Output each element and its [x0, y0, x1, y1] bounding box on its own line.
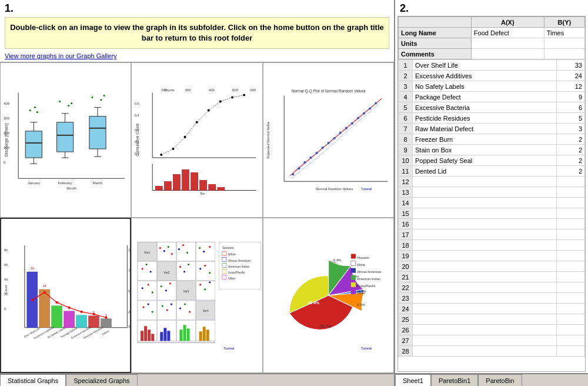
cell-times[interactable]: 3: [556, 124, 584, 134]
cell-food-defect[interactable]: [413, 282, 557, 293]
cell-times[interactable]: 24: [556, 71, 584, 81]
cell-food-defect[interactable]: Excessive Bacteria: [413, 102, 557, 113]
svg-text:50%: 50%: [128, 290, 130, 293]
cell-food-defect[interactable]: [413, 325, 557, 335]
cell-longname-b[interactable]: Times: [544, 28, 584, 38]
cell-food-defect[interactable]: [413, 293, 557, 304]
svg-text:African American: African American: [228, 259, 250, 262]
cell-times[interactable]: 6: [556, 102, 584, 113]
cell-food-defect[interactable]: [413, 240, 557, 251]
svg-point-145: [178, 248, 180, 250]
cell-food-defect[interactable]: Freezer Burn: [413, 134, 557, 145]
svg-point-154: [146, 264, 148, 265]
cell-food-defect[interactable]: No Safety Labels: [413, 81, 557, 92]
cell-food-defect[interactable]: [413, 314, 557, 325]
svg-rect-197: [148, 330, 151, 341]
cell-food-defect[interactable]: Popped Safety Seal: [413, 155, 557, 166]
cell-times[interactable]: [556, 325, 584, 335]
cell-food-defect[interactable]: Stain on Box: [413, 145, 557, 155]
cell-food-defect[interactable]: [413, 208, 557, 219]
tab-statistical-graphs[interactable]: Statistical Graphs: [0, 374, 66, 386]
tab-specialized-graphs[interactable]: Specialized Graphs: [66, 374, 137, 386]
cell-food-defect[interactable]: [413, 304, 557, 314]
pareto-chart-graph[interactable]: 80 60 40 20 0 100% 75% 50% 25% 0% Count …: [0, 218, 131, 373]
cell-times[interactable]: [556, 229, 584, 240]
cell-longname-a[interactable]: Food Defect: [471, 28, 544, 38]
scatter-matrix-graph[interactable]: Var1 Var2: [131, 218, 262, 373]
svg-rect-213: [222, 252, 226, 256]
cell-times[interactable]: [556, 346, 584, 357]
cell-food-defect[interactable]: Dented Lid: [413, 166, 557, 177]
cell-food-defect[interactable]: Package Defect: [413, 92, 557, 102]
cell-food-defect[interactable]: Over Shelf Life: [413, 60, 557, 71]
cell-times[interactable]: [556, 261, 584, 272]
gallery-link[interactable]: View more graphs in our Graph Gallery: [0, 51, 394, 62]
cell-food-defect[interactable]: [413, 229, 557, 240]
cell-comments-b[interactable]: [544, 49, 584, 59]
cell-food-defect[interactable]: [413, 261, 557, 272]
cell-times[interactable]: [556, 219, 584, 229]
svg-rect-20: [89, 117, 106, 149]
cell-times[interactable]: [556, 208, 584, 219]
pie-chart-graph[interactable]: 45.4% 35.7% 9.3% 0.4% 8.9% 0.3% Hispanic…: [263, 218, 394, 373]
svg-point-78: [292, 174, 294, 176]
row-number: 19: [399, 251, 413, 261]
cell-times[interactable]: [556, 335, 584, 346]
cell-food-defect[interactable]: [413, 177, 557, 187]
svg-rect-210: [206, 330, 209, 341]
svg-point-160: [183, 271, 185, 272]
cell-food-defect[interactable]: [413, 219, 557, 229]
cell-times[interactable]: [556, 314, 584, 325]
cell-times[interactable]: 9: [556, 92, 584, 102]
row-number: 25: [399, 314, 413, 325]
cell-times[interactable]: [556, 304, 584, 314]
tab-paretobin[interactable]: ParetoBin: [478, 374, 522, 386]
cell-times[interactable]: [556, 293, 584, 304]
cell-times[interactable]: [556, 282, 584, 293]
svg-point-155: [150, 271, 152, 272]
histogram-graph[interactable]: Cumulative Count 200 300 400 500 600: [131, 62, 262, 218]
row-number: 5: [399, 102, 413, 113]
cell-times[interactable]: [556, 187, 584, 198]
cell-times[interactable]: [556, 177, 584, 187]
cell-times[interactable]: [556, 198, 584, 208]
box-plot-graph[interactable]: Discharge [ft³/sec] 400 300 200 100 0: [0, 62, 131, 218]
cell-units-b[interactable]: [544, 38, 584, 49]
row-label-comments: Comments: [399, 49, 472, 59]
cell-food-defect[interactable]: [413, 198, 557, 208]
qq-plot-graph[interactable]: Normal Q-Q Plot of Normal Random Values …: [263, 62, 394, 218]
cell-food-defect[interactable]: Pesticide Residues: [413, 113, 557, 124]
cell-times[interactable]: 2: [556, 155, 584, 166]
cell-food-defect[interactable]: Excessive Additives: [413, 71, 557, 81]
svg-rect-68: [209, 185, 216, 191]
tab-paretobin1[interactable]: ParetoBin1: [431, 374, 478, 386]
cell-times[interactable]: 33: [556, 60, 584, 71]
table-row: 2Excessive Additives24: [399, 71, 585, 81]
cell-food-defect[interactable]: [413, 346, 557, 357]
col-header-by[interactable]: B(Y): [544, 17, 584, 28]
col-header-ax[interactable]: A(X): [471, 17, 544, 28]
table-row: 13: [399, 187, 585, 198]
svg-text:200: 200: [4, 131, 10, 135]
cell-food-defect[interactable]: [413, 187, 557, 198]
cell-times[interactable]: [556, 251, 584, 261]
svg-point-28: [36, 111, 38, 113]
svg-text:0: 0: [4, 307, 6, 311]
cell-times[interactable]: 2: [556, 134, 584, 145]
row-number: 10: [399, 155, 413, 166]
cell-food-defect[interactable]: [413, 335, 557, 346]
cell-comments-a[interactable]: [471, 49, 544, 59]
cell-food-defect[interactable]: Raw Material Defect: [413, 124, 557, 134]
cell-times[interactable]: [556, 272, 584, 282]
cell-times[interactable]: 12: [556, 81, 584, 92]
cell-food-defect[interactable]: [413, 251, 557, 261]
svg-text:24: 24: [43, 284, 46, 288]
tab-sheet1[interactable]: Sheet1: [395, 374, 431, 386]
cell-units-a[interactable]: [471, 38, 544, 49]
cell-times[interactable]: 5: [556, 113, 584, 124]
cell-food-defect[interactable]: [413, 272, 557, 282]
cell-times[interactable]: [556, 240, 584, 251]
svg-point-33: [101, 99, 102, 101]
cell-times[interactable]: 2: [556, 166, 584, 177]
cell-times[interactable]: 2: [556, 145, 584, 155]
